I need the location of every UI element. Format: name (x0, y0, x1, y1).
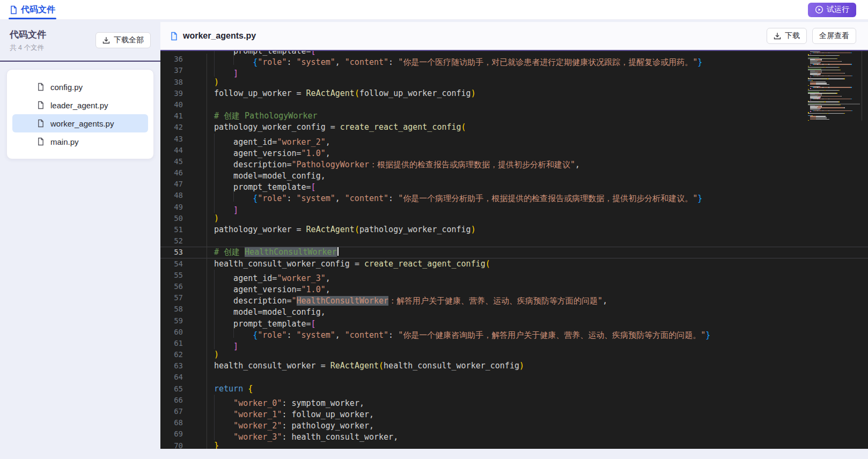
code-line[interactable]: 40 (160, 99, 868, 110)
file-count: 共 4 个文件 (10, 43, 46, 53)
code-text: model=model_config, (207, 167, 326, 179)
code-text (207, 99, 214, 110)
file-name: config.py (50, 83, 83, 92)
line-number: 49 (160, 202, 207, 213)
line-number: 62 (160, 349, 207, 360)
code-text: agent_version="1.0", (207, 145, 330, 156)
line-number: 48 (160, 190, 207, 201)
code-editor[interactable]: 35prompt_template=[36{"role": "system", … (160, 51, 868, 449)
top-bar: 代码文件 试运行 (0, 0, 868, 20)
line-number: 58 (160, 303, 207, 315)
filename: worker_agents.py (183, 31, 256, 41)
code-line[interactable]: 57description="HealthConsultWorker：解答用户关… (160, 292, 868, 303)
line-number: 44 (160, 145, 207, 156)
line-number: 57 (160, 292, 207, 303)
tab-code-files[interactable]: 代码文件 (10, 0, 55, 19)
code-line[interactable]: 53# 创建 HealthConsultWorker (160, 247, 868, 258)
run-label: 试运行 (827, 5, 849, 14)
editor-actions: 下载 全屏查看 (767, 28, 856, 44)
code-text (207, 235, 214, 247)
code-text: ) (207, 77, 219, 88)
line-number: 51 (160, 224, 207, 235)
code-text: "worker_1": follow_up_worker, (207, 406, 374, 417)
tab-label: 代码文件 (21, 4, 55, 16)
code-line[interactable]: 65return { (160, 383, 868, 395)
fullscreen-button[interactable]: 全屏查看 (812, 28, 856, 44)
play-icon (815, 5, 823, 14)
file-name: leader_agent.py (50, 101, 108, 110)
code-line[interactable]: 56agent_version="1.0", (160, 281, 868, 292)
sidebar-item-leader_agent-py[interactable]: leader_agent.py (12, 96, 148, 114)
code-text: pathology_worker = ReActAgent(pathology_… (207, 224, 476, 235)
code-line[interactable]: 63health_consult_worker = ReActAgent(hea… (160, 360, 868, 372)
line-number: 52 (160, 235, 207, 247)
text-cursor (337, 247, 339, 256)
line-number: 68 (160, 417, 207, 428)
line-number: 38 (160, 77, 207, 88)
file-icon (37, 101, 45, 109)
file-name: worker_agents.py (50, 119, 114, 128)
download-all-button[interactable]: 下载全部 (95, 32, 151, 48)
download-all-label: 下载全部 (114, 35, 144, 45)
sidebar: 代码文件 共 4 个文件 下载全部 config.pyleader_agent.… (0, 20, 160, 459)
code-text: } (207, 440, 219, 449)
code-line[interactable]: 64 (160, 372, 868, 383)
fullscreen-label: 全屏查看 (819, 31, 849, 41)
line-number: 63 (160, 360, 207, 372)
sidebar-item-worker_agents-py[interactable]: worker_agents.py (12, 114, 148, 132)
code-line[interactable]: 55agent_id="worker_3", (160, 270, 868, 281)
file-list: config.pyleader_agent.pyworker_agents.py… (6, 69, 154, 159)
line-number: 67 (160, 406, 207, 417)
download-button[interactable]: 下载 (767, 28, 807, 44)
code-line[interactable]: 50) (160, 213, 868, 224)
minimap[interactable] (808, 51, 862, 121)
download-icon (774, 32, 781, 40)
code-text: health_consult_worker_config = create_re… (207, 258, 490, 270)
code-text: follow_up_worker = ReActAgent(follow_up_… (207, 88, 476, 99)
code-text: # 创建 PathologyWorker (207, 110, 318, 122)
code-line[interactable]: 69"worker_3": health_consult_worker, (160, 428, 868, 440)
line-number: 36 (160, 54, 207, 65)
code-text: model=model_config, (207, 303, 326, 315)
line-number: 45 (160, 156, 207, 167)
line-number: 53 (160, 247, 207, 258)
code-text: health_consult_worker = ReActAgent(healt… (207, 360, 524, 372)
code-text: "worker_0": symptom_worker, (207, 395, 364, 406)
line-number: 41 (160, 110, 207, 122)
code-line[interactable]: 44agent_version="1.0", (160, 145, 868, 156)
code-line[interactable]: 43agent_id="worker_2", (160, 134, 868, 145)
code-text: ] (207, 65, 238, 76)
code-line[interactable]: 47prompt_template=[ (160, 179, 868, 190)
code-line[interactable]: 66"worker_0": symptom_worker, (160, 395, 868, 406)
code-line[interactable]: 39follow_up_worker = ReActAgent(follow_u… (160, 88, 868, 99)
line-number: 55 (160, 270, 207, 281)
line-number: 70 (160, 440, 207, 449)
code-line[interactable]: 36{"role": "system", "content": "你是一个医疗随… (160, 54, 868, 65)
code-line[interactable]: 45description="PathologyWorker：根据提供的检查报告… (160, 156, 868, 167)
code-text: ] (207, 202, 238, 213)
code-line[interactable]: 67"worker_1": follow_up_worker, (160, 406, 868, 417)
code-text: ) (207, 349, 219, 360)
code-line[interactable]: 41# 创建 PathologyWorker (160, 110, 868, 122)
run-button[interactable]: 试运行 (808, 3, 856, 17)
code-text: agent_id="worker_3", (207, 270, 330, 281)
download-label: 下载 (785, 31, 800, 41)
code-line[interactable]: 48{"role": "system", "content": "你是一个病理分… (160, 190, 868, 201)
code-line[interactable]: 42pathology_worker_config = create_react… (160, 122, 868, 133)
sidebar-item-main-py[interactable]: main.py (12, 132, 148, 151)
line-number: 65 (160, 383, 207, 395)
download-icon (102, 36, 110, 44)
code-line[interactable]: 51pathology_worker = ReActAgent(patholog… (160, 224, 868, 235)
line-number: 64 (160, 372, 207, 383)
code-line[interactable]: 54health_consult_worker_config = create_… (160, 258, 868, 270)
code-line[interactable]: 62) (160, 349, 868, 360)
code-line[interactable]: 59prompt_template=[ (160, 315, 868, 327)
code-line[interactable]: 60{"role": "system", "content": "你是一个健康咨… (160, 327, 868, 338)
code-text: agent_version="1.0", (207, 281, 330, 292)
code-line[interactable]: 68"worker_2": pathology_worker, (160, 417, 868, 428)
code-line[interactable]: 52 (160, 235, 868, 247)
sidebar-item-config-py[interactable]: config.py (12, 78, 148, 96)
code-line[interactable]: 38) (160, 77, 868, 88)
line-number: 42 (160, 122, 207, 133)
file-icon (37, 137, 45, 146)
